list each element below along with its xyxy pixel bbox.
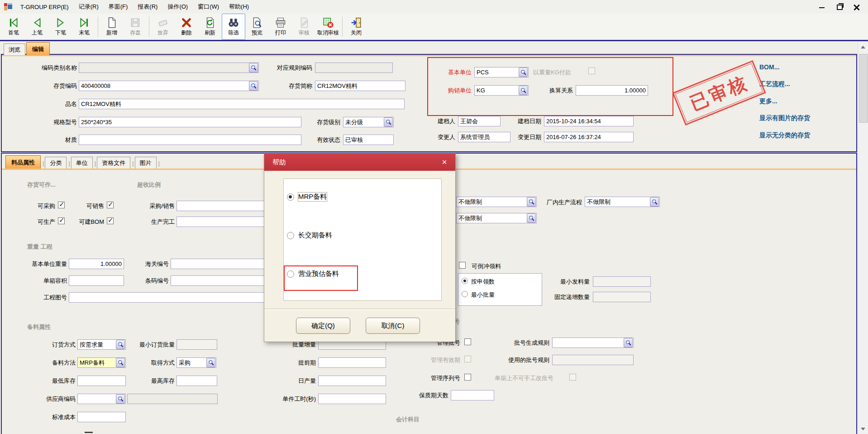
base-unit-field[interactable]: PCS [474,67,529,77]
backflush-checkbox[interactable] [459,262,466,269]
can-make-checkbox[interactable] [58,217,65,224]
scroll-up-icon[interactable] [858,42,868,52]
dialog-option[interactable]: MRP备料 [287,193,327,201]
main-tab-1[interactable]: 浏览 [4,43,25,55]
drawing-field[interactable] [69,292,297,303]
doc-preview-button[interactable]: 预览 [245,14,269,40]
lookup-icon[interactable] [116,358,125,367]
lead-time-field[interactable] [318,357,386,368]
detail-tab-4[interactable]: 资格文件 [97,157,130,169]
material-field[interactable] [79,135,301,145]
cancel-button[interactable]: 取消(C) [366,318,420,334]
name-field[interactable]: CR12MOV精料 [79,99,405,109]
code-category-field[interactable] [79,63,259,73]
scrollbar-thumb[interactable] [859,54,868,123]
inv-code-field[interactable]: 400400008 [79,81,259,91]
doc-new-button[interactable]: 新增 [100,14,124,40]
supplier-field[interactable] [77,394,126,404]
restrict-field-2[interactable]: 不做限制 [456,213,537,223]
lookup-icon[interactable] [650,197,659,207]
order-mode-field[interactable]: 按需求量 [77,339,126,350]
menu-item[interactable]: 界面(F) [104,1,133,13]
quick-link[interactable]: 更多... [759,97,777,106]
menu-item[interactable]: 帮助(H) [224,1,254,13]
dialog-title-bar[interactable]: 帮助 [264,154,455,171]
dialog-option[interactable]: 长交期备料 [287,231,332,240]
detail-tab-3[interactable]: 单位 [71,157,93,169]
can-sell-checkbox[interactable] [107,202,114,208]
menu-item[interactable]: 报表(R) [133,1,162,13]
menu-item[interactable]: 记录(R) [74,1,104,13]
lookup-icon[interactable] [527,197,536,207]
menu-item[interactable]: 操作(O) [162,1,193,13]
batch-rule-field[interactable] [552,338,634,348]
can-buy-checkbox[interactable] [58,202,65,208]
unit-weight-field[interactable]: 1.00000 [69,259,124,269]
ok-button[interactable]: 确定(Q) [296,318,350,334]
manage-batch-checkbox[interactable] [464,338,471,345]
unit-seconds-field[interactable] [318,394,386,404]
lookup-icon[interactable] [116,394,125,404]
level-field[interactable]: 未分级 [343,117,394,127]
menu-item[interactable]: T-GROUP ERP(E) [15,2,74,12]
min-stock-field[interactable] [77,376,126,386]
lookup-icon[interactable] [519,68,528,77]
detail-tab-2[interactable]: 分类 [45,157,67,169]
prep-method-field[interactable]: MRP备料 [77,357,126,368]
quick-link[interactable]: 工艺流程... [759,80,790,88]
nav-last-button[interactable]: 末笔 [72,14,96,40]
radio-icon[interactable] [287,232,294,239]
detail-tab-5[interactable]: 图片 [135,157,157,169]
nav-prev-button[interactable]: 上笔 [25,14,49,40]
quick-link[interactable]: BOM... [759,63,779,71]
scroll-down-icon[interactable] [858,424,868,434]
shelf-days-field[interactable] [451,390,494,400]
dialog-option-label[interactable]: 长交期备料 [298,231,332,240]
lookup-icon[interactable] [249,63,258,72]
dialog-close-icon[interactable]: × [439,157,450,168]
can-bom-checkbox[interactable] [107,217,114,224]
door-close-button[interactable]: 关闭 [344,14,368,40]
max-stock-field[interactable] [176,376,217,386]
inv-short-field[interactable]: CR12MOV精料 [315,81,405,91]
std-cost-field[interactable] [77,412,126,422]
by-request-radio[interactable] [462,278,468,284]
min-batch-radio[interactable] [462,291,468,297]
quick-link[interactable]: 显示有图片的存货 [759,114,810,122]
factory-flow-field[interactable]: 不做限制 [585,197,660,207]
door-close-icon [350,17,362,29]
minimize-icon[interactable] [817,2,827,11]
cancel-audit-button[interactable]: 取消审核 [316,14,340,40]
refresh-button[interactable]: 刷新 [198,14,222,40]
manage-serial-checkbox[interactable] [464,374,471,381]
lookup-icon[interactable] [624,338,633,347]
printer-icon [275,17,286,29]
box-volume-field[interactable] [69,275,124,286]
clipped-element [85,432,93,433]
vertical-scrollbar[interactable] [858,42,868,434]
conversion-field[interactable]: 1.00000 [576,85,648,96]
nav-first-button[interactable]: 首笔 [2,14,25,40]
restrict-field-1[interactable]: 不做限制 [456,197,537,207]
trade-unit-field[interactable]: KG [474,85,529,96]
dialog-option-label[interactable]: MRP备料 [298,193,327,201]
printer-button[interactable]: 打印 [269,14,292,40]
lookup-icon[interactable] [116,340,125,349]
quick-link[interactable]: 显示无分类的存货 [759,131,810,140]
main-tab-2[interactable]: 编辑 [26,42,50,55]
daily-output-field[interactable] [318,376,386,386]
lookup-icon[interactable] [206,358,215,367]
delete-button[interactable]: 删除 [175,14,198,40]
menu-item[interactable]: 窗口(W) [193,1,224,13]
lookup-icon[interactable] [249,81,258,91]
lookup-icon[interactable] [384,117,393,127]
binoculars-button[interactable]: 筛选 [222,14,245,40]
radio-icon[interactable] [287,193,294,201]
acquire-field[interactable]: 采购 [176,357,216,368]
nav-next-button[interactable]: 下笔 [49,14,72,40]
lookup-icon[interactable] [527,213,536,223]
detail-tab-1[interactable]: 料品属性 [5,155,41,169]
restore-icon[interactable] [835,2,844,11]
spec-field[interactable]: 250*240*35 [79,117,301,127]
close-icon[interactable] [852,2,862,11]
